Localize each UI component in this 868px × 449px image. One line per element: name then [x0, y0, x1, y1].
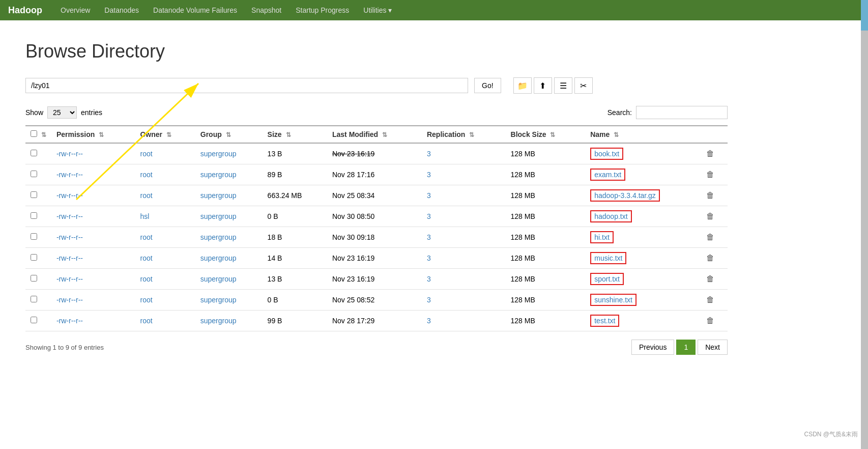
replication-link[interactable]: 3	[427, 150, 431, 158]
row-checkbox-cell	[25, 227, 51, 248]
permission-link[interactable]: -rw-r--r--	[56, 275, 83, 283]
owner-link[interactable]: root	[140, 171, 152, 179]
data-table: ⇅ Permission ⇅ Owner ⇅ Group ⇅ Size ⇅	[25, 125, 728, 331]
row-checkbox[interactable]	[31, 317, 37, 323]
page-1-button[interactable]: 1	[676, 340, 696, 355]
scrollbar[interactable]	[861, 0, 868, 365]
file-name-link[interactable]: exam.txt	[594, 171, 621, 179]
permission-link[interactable]: -rw-r--r--	[56, 171, 83, 179]
nav-utilities[interactable]: Utilities ▾	[357, 2, 398, 18]
owner-link[interactable]: root	[140, 150, 152, 158]
row-size: 13 B	[263, 269, 327, 290]
row-block-size: 128 MB	[506, 164, 586, 185]
row-checkbox[interactable]	[31, 296, 37, 302]
scissors-button[interactable]: ✂	[574, 77, 593, 94]
upload-button[interactable]: ⬆	[534, 77, 552, 94]
row-checkbox[interactable]	[31, 171, 37, 177]
delete-icon[interactable]: 🗑	[706, 254, 714, 262]
row-owner: root	[135, 164, 195, 185]
row-size: 18 B	[263, 227, 327, 248]
brand-logo[interactable]: Hadoop	[8, 5, 42, 16]
delete-icon[interactable]: 🗑	[706, 316, 714, 325]
sort-modified-icon[interactable]: ⇅	[382, 131, 387, 138]
previous-button[interactable]: Previous	[631, 340, 674, 355]
replication-link[interactable]: 3	[427, 296, 431, 304]
permission-link[interactable]: -rw-r--r--	[56, 191, 83, 200]
row-checkbox[interactable]	[31, 150, 37, 156]
replication-link[interactable]: 3	[427, 233, 431, 241]
file-name-link[interactable]: test.txt	[594, 317, 615, 325]
owner-link[interactable]: root	[140, 275, 152, 283]
select-all-checkbox[interactable]	[31, 130, 37, 137]
owner-link[interactable]: root	[140, 296, 152, 304]
group-link[interactable]: supergroup	[200, 191, 237, 200]
owner-link[interactable]: root	[140, 254, 152, 262]
replication-link[interactable]: 3	[427, 254, 431, 262]
group-link[interactable]: supergroup	[200, 275, 237, 283]
owner-link[interactable]: root	[140, 191, 152, 200]
search-input[interactable]	[636, 106, 728, 119]
permission-link[interactable]: -rw-r--r--	[56, 254, 83, 262]
delete-icon[interactable]: 🗑	[706, 149, 714, 158]
group-link[interactable]: supergroup	[200, 212, 237, 220]
sort-permission-icon[interactable]: ⇅	[99, 131, 104, 138]
owner-link[interactable]: root	[140, 233, 152, 241]
path-input[interactable]	[25, 78, 468, 93]
file-name-link[interactable]: book.txt	[594, 150, 619, 158]
file-name-link[interactable]: hi.txt	[594, 233, 610, 241]
delete-icon[interactable]: 🗑	[706, 295, 714, 304]
delete-icon[interactable]: 🗑	[706, 212, 714, 220]
sort-blocksize-icon[interactable]: ⇅	[550, 131, 555, 138]
nav-datanode-volume-failures[interactable]: Datanode Volume Failures	[147, 2, 243, 18]
go-button[interactable]: Go!	[474, 78, 501, 93]
row-checkbox[interactable]	[31, 212, 37, 219]
sort-name-icon[interactable]: ⇅	[614, 131, 619, 138]
sort-replication-icon[interactable]: ⇅	[469, 131, 474, 138]
permission-link[interactable]: -rw-r--r--	[56, 296, 83, 304]
group-link[interactable]: supergroup	[200, 233, 237, 241]
delete-icon[interactable]: 🗑	[706, 170, 714, 179]
row-checkbox[interactable]	[31, 233, 37, 240]
file-name-link[interactable]: sunshine.txt	[594, 296, 632, 304]
nav-datanodes[interactable]: Datanodes	[98, 2, 145, 18]
group-link[interactable]: supergroup	[200, 254, 237, 262]
permission-link[interactable]: -rw-r--r--	[56, 317, 83, 325]
owner-link[interactable]: hsl	[140, 212, 149, 220]
row-checkbox[interactable]	[31, 254, 37, 261]
nav-overview[interactable]: Overview	[54, 2, 96, 18]
group-link[interactable]: supergroup	[200, 296, 237, 304]
replication-link[interactable]: 3	[427, 191, 431, 200]
delete-icon[interactable]: 🗑	[706, 274, 714, 283]
sort-group-icon[interactable]: ⇅	[226, 131, 231, 138]
sort-size-icon[interactable]: ⇅	[286, 131, 291, 138]
file-name-link[interactable]: sport.txt	[594, 275, 620, 283]
replication-link[interactable]: 3	[427, 275, 431, 283]
group-link[interactable]: supergroup	[200, 171, 237, 179]
file-name-link[interactable]: hadoop-3.3.4.tar.gz	[594, 191, 656, 200]
row-checkbox[interactable]	[31, 191, 37, 198]
sort-icon[interactable]: ⇅	[41, 131, 46, 138]
permission-link[interactable]: -rw-r--r--	[56, 212, 83, 220]
replication-link[interactable]: 3	[427, 317, 431, 325]
permission-link[interactable]: -rw-r--r--	[56, 150, 83, 158]
group-link[interactable]: supergroup	[200, 150, 237, 158]
delete-icon[interactable]: 🗑	[706, 233, 714, 241]
group-link[interactable]: supergroup	[200, 317, 237, 325]
folder-button[interactable]: 📁	[513, 77, 532, 94]
replication-link[interactable]: 3	[427, 171, 431, 179]
entries-select[interactable]: 10 25 50 100	[47, 106, 77, 119]
nav-startup-progress[interactable]: Startup Progress	[290, 2, 355, 18]
file-name-link[interactable]: hadoop.txt	[594, 212, 627, 220]
file-name-link[interactable]: music.txt	[594, 254, 622, 262]
list-button[interactable]: ☰	[554, 77, 572, 94]
owner-link[interactable]: root	[140, 317, 152, 325]
row-permission: -rw-r--r--	[51, 185, 135, 206]
sort-owner-icon[interactable]: ⇅	[166, 131, 171, 138]
delete-icon[interactable]: 🗑	[706, 191, 714, 200]
row-checkbox[interactable]	[31, 275, 37, 282]
next-button[interactable]: Next	[698, 340, 728, 355]
scrollbar-thumb[interactable]	[861, 0, 868, 31]
nav-snapshot[interactable]: Snapshot	[245, 2, 287, 18]
permission-link[interactable]: -rw-r--r--	[56, 233, 83, 241]
replication-link[interactable]: 3	[427, 212, 431, 220]
